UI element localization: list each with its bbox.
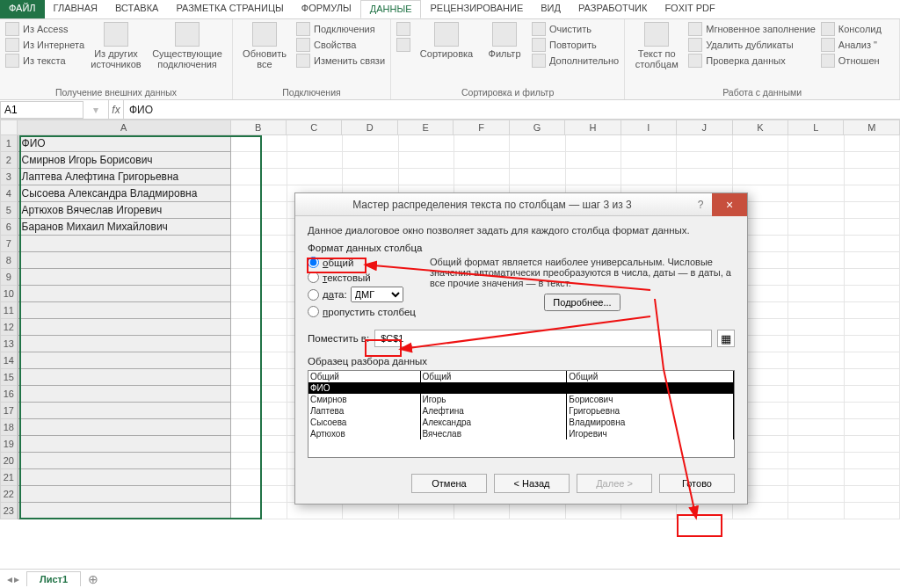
cell[interactable] — [18, 453, 232, 469]
btn-clear[interactable]: Очистить — [532, 22, 619, 36]
row-header[interactable]: 17 — [0, 403, 18, 419]
cell[interactable] — [231, 469, 287, 486]
cell[interactable] — [510, 169, 565, 185]
column-header[interactable]: F — [454, 120, 509, 135]
row-header[interactable]: 16 — [0, 386, 18, 403]
column-header[interactable]: D — [342, 120, 397, 135]
cell[interactable] — [788, 336, 844, 352]
tab-developer[interactable]: РАЗРАБОТЧИК — [570, 0, 656, 18]
btn-from-web[interactable]: Из Интернета — [5, 38, 84, 52]
btn-advanced[interactable]: Дополнительно — [532, 54, 619, 68]
row-header[interactable]: 23 — [0, 503, 18, 519]
cell[interactable] — [845, 503, 900, 519]
add-sheet-button[interactable]: ⊕ — [81, 572, 105, 586]
cell[interactable] — [18, 486, 232, 503]
row-header[interactable]: 6 — [0, 219, 18, 236]
cell[interactable] — [845, 369, 900, 386]
cell[interactable] — [231, 152, 287, 169]
close-button[interactable]: × — [712, 193, 747, 216]
cell[interactable] — [788, 152, 844, 169]
cell[interactable] — [788, 219, 844, 236]
cell[interactable] — [231, 269, 287, 286]
cell[interactable]: Артюхов Вячеслав Игоревич — [18, 202, 232, 219]
btn-flash-fill[interactable]: Мгновенное заполнение — [688, 22, 816, 36]
cell[interactable] — [343, 135, 398, 152]
cell[interactable] — [18, 436, 232, 453]
cell[interactable] — [343, 152, 398, 169]
cell[interactable] — [621, 152, 677, 169]
cell[interactable] — [399, 169, 454, 185]
cell[interactable] — [845, 453, 900, 469]
row-header[interactable]: 9 — [0, 269, 18, 286]
cell[interactable] — [566, 503, 621, 519]
formula-input[interactable]: ФИО — [124, 102, 900, 118]
tab-formulas[interactable]: ФОРМУЛЫ — [293, 0, 360, 18]
cell[interactable] — [399, 152, 454, 169]
btn-text-to-columns[interactable]: Текст по столбцам — [630, 22, 683, 69]
cell[interactable] — [788, 369, 844, 386]
cell[interactable] — [845, 419, 900, 436]
cell[interactable] — [18, 269, 232, 286]
column-header[interactable]: K — [733, 120, 788, 135]
row-header[interactable]: 5 — [0, 202, 18, 219]
cell[interactable] — [231, 169, 287, 185]
column-header[interactable]: H — [565, 120, 621, 135]
cell[interactable] — [343, 169, 398, 185]
btn-consolidate[interactable]: Консолид — [821, 22, 882, 36]
tab-view[interactable]: ВИД — [532, 0, 570, 18]
cell[interactable] — [566, 169, 621, 185]
btn-sort-za[interactable] — [396, 38, 410, 52]
radio-date-input[interactable] — [308, 289, 319, 301]
tab-review[interactable]: РЕЦЕНЗИРОВАНИЕ — [421, 0, 532, 18]
cell[interactable] — [845, 269, 900, 286]
cell[interactable] — [231, 135, 287, 152]
cell[interactable] — [621, 503, 677, 519]
more-button[interactable]: Подробнее... — [544, 294, 620, 311]
btn-connections[interactable]: Подключения — [296, 22, 385, 36]
btn-from-text[interactable]: Из текста — [5, 54, 84, 68]
cell[interactable] — [677, 135, 732, 152]
cell[interactable] — [18, 503, 232, 519]
range-picker-button[interactable]: ▦ — [717, 330, 735, 347]
row-header[interactable]: 12 — [0, 319, 18, 336]
row-header[interactable]: 21 — [0, 469, 18, 486]
cell[interactable] — [788, 236, 844, 252]
btn-remove-dupes[interactable]: Удалить дубликаты — [688, 38, 816, 52]
cell[interactable] — [845, 169, 900, 185]
btn-properties[interactable]: Свойства — [296, 38, 385, 52]
cell[interactable] — [845, 319, 900, 336]
column-header[interactable]: G — [510, 120, 565, 135]
cell[interactable] — [845, 386, 900, 403]
cell[interactable] — [733, 169, 788, 185]
column-header[interactable]: I — [621, 120, 677, 135]
cell[interactable] — [845, 185, 900, 202]
column-header[interactable]: A — [18, 120, 231, 135]
cell[interactable] — [231, 302, 287, 319]
select-all-corner[interactable] — [0, 120, 18, 135]
row-header[interactable]: 3 — [0, 169, 18, 185]
cell[interactable] — [231, 236, 287, 252]
finish-button[interactable]: Готово — [659, 474, 735, 493]
cell[interactable] — [231, 386, 287, 403]
column-header[interactable]: B — [231, 120, 287, 135]
cell[interactable]: Лаптева Алефтина Григорьевна — [18, 169, 232, 185]
cell[interactable] — [18, 419, 232, 436]
cell[interactable] — [18, 469, 232, 486]
cell[interactable]: ФИО — [18, 135, 232, 152]
cell[interactable] — [788, 469, 844, 486]
sheet-nav-prev[interactable]: ◂ — [7, 573, 12, 585]
cell[interactable] — [454, 503, 510, 519]
cell[interactable] — [845, 403, 900, 419]
row-header[interactable]: 2 — [0, 152, 18, 169]
row-header[interactable]: 18 — [0, 419, 18, 436]
cell[interactable] — [677, 169, 732, 185]
cell[interactable] — [733, 503, 788, 519]
row-header[interactable]: 7 — [0, 236, 18, 252]
cell[interactable] — [788, 169, 844, 185]
btn-sort[interactable]: Сортировка — [416, 22, 477, 59]
cell[interactable] — [454, 152, 510, 169]
cell[interactable] — [231, 286, 287, 302]
cell[interactable] — [231, 185, 287, 202]
row-header[interactable]: 20 — [0, 453, 18, 469]
cell[interactable] — [788, 302, 844, 319]
